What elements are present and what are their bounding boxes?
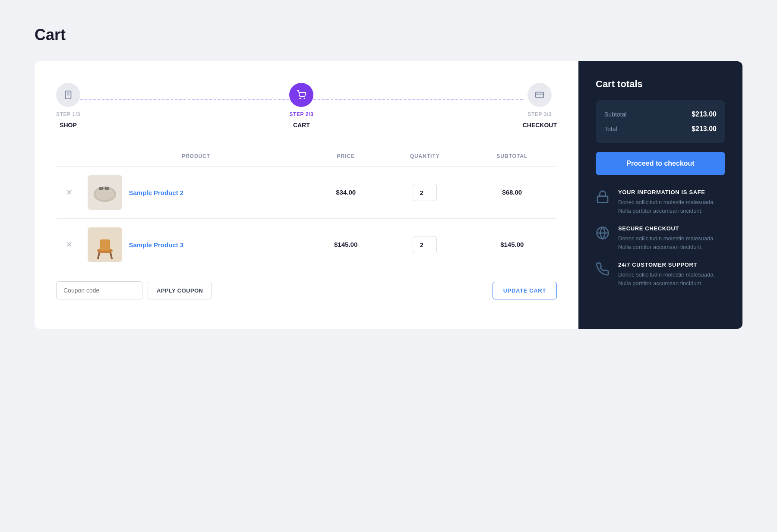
product-1-name[interactable]: Sample Product 2: [129, 189, 184, 196]
totals-card: Subtotal $213.00 Total $213.00: [596, 100, 725, 143]
step-1: STEP 1/3 SHOP: [56, 83, 80, 129]
total-row: Total $213.00: [604, 125, 717, 133]
product-1-cell: Sample Product 2: [88, 175, 305, 210]
product-1-subtotal: $68.00: [502, 189, 522, 196]
step-1-label: SHOP: [60, 122, 77, 129]
trust-support-title: 24/7 CUSTOMER SUPPORT: [618, 261, 725, 268]
page-title: Cart: [35, 26, 742, 44]
trust-secure-desc: Donec sollicitudin molestie malesuada. N…: [618, 234, 725, 251]
trust-safe-content: YOUR INFORMATION IS SAFE Donec sollicitu…: [618, 189, 725, 215]
svg-rect-11: [105, 187, 109, 190]
remove-product-1-button[interactable]: ✕: [64, 186, 74, 199]
svg-rect-18: [101, 240, 109, 250]
col-remove: [57, 146, 82, 167]
step-2-label: CART: [293, 122, 310, 129]
product-1-quantity[interactable]: [413, 184, 437, 201]
product-2-quantity[interactable]: [413, 236, 437, 253]
svg-point-9: [95, 188, 114, 200]
col-price: PRICE: [310, 146, 382, 167]
sidebar-panel: Cart totals Subtotal $213.00 Total $213.…: [578, 61, 742, 329]
svg-point-3: [300, 98, 301, 99]
trust-item-secure: SECURE CHECKOUT Donec sollicitudin moles…: [596, 225, 725, 251]
trust-item-safe: YOUR INFORMATION IS SAFE Donec sollicitu…: [596, 189, 725, 215]
step-3-label: CHECKOUT: [523, 122, 557, 129]
proceed-to-checkout-button[interactable]: Proceed to checkout: [596, 152, 725, 175]
step-2: STEP 2/3 CART: [289, 83, 313, 129]
step-3: STEP 3/3 CHECKOUT: [523, 83, 557, 129]
product-1-price: $34.00: [336, 189, 356, 196]
trust-safe-desc: Donec sollicitudin molestie malesuada. N…: [618, 198, 725, 215]
table-row: ✕: [57, 219, 557, 271]
cart-panel: STEP 1/3 SHOP STEP 2/3 CART: [35, 61, 578, 329]
total-label: Total: [604, 126, 617, 132]
trust-support-desc: Donec sollicitudin molestie malesuada. N…: [618, 271, 725, 287]
step-3-circle: [527, 83, 552, 107]
product-2-subtotal: $145.00: [500, 241, 524, 248]
lock-icon: [596, 190, 611, 205]
trust-secure-title: SECURE CHECKOUT: [618, 225, 725, 232]
subtotal-row: Subtotal $213.00: [604, 110, 717, 118]
cart-table: PRODUCT PRICE QUANTITY SUBTOTAL ✕: [56, 146, 557, 271]
coupon-input[interactable]: [56, 281, 142, 299]
trust-safe-title: YOUR INFORMATION IS SAFE: [618, 189, 725, 195]
product-2-name[interactable]: Sample Product 3: [129, 241, 184, 249]
step-2-num: STEP 2/3: [289, 111, 313, 117]
step-1-circle: [56, 83, 80, 107]
step-line-2: [313, 99, 522, 100]
stepper: STEP 1/3 SHOP STEP 2/3 CART: [56, 83, 557, 129]
trust-item-support: 24/7 CUSTOMER SUPPORT Donec sollicitudin…: [596, 261, 725, 287]
step-2-circle: [289, 83, 313, 107]
step-1-num: STEP 1/3: [56, 111, 80, 117]
trust-secure-content: SECURE CHECKOUT Donec sollicitudin moles…: [618, 225, 725, 251]
apply-coupon-button[interactable]: APPLY COUPON: [148, 282, 212, 299]
main-layout: STEP 1/3 SHOP STEP 2/3 CART: [35, 61, 742, 329]
table-row: ✕: [57, 167, 557, 219]
subtotal-label: Subtotal: [604, 111, 626, 118]
cart-totals-title: Cart totals: [596, 79, 725, 90]
step-line-1: [80, 99, 289, 100]
col-quantity: QUANTITY: [382, 146, 468, 167]
trust-support-content: 24/7 CUSTOMER SUPPORT Donec sollicitudin…: [618, 261, 725, 287]
coupon-row: APPLY COUPON UPDATE CART: [56, 281, 557, 299]
total-value: $213.00: [692, 125, 717, 133]
subtotal-value: $213.00: [692, 110, 717, 118]
svg-rect-5: [536, 92, 543, 98]
col-subtotal: SUBTOTAL: [468, 146, 557, 167]
coupon-left: APPLY COUPON: [56, 281, 212, 299]
globe-icon: [596, 226, 611, 242]
phone-icon: [596, 262, 611, 278]
remove-product-2-button[interactable]: ✕: [64, 238, 74, 251]
svg-rect-10: [99, 187, 103, 190]
product-2-image: [88, 227, 122, 262]
trust-items: YOUR INFORMATION IS SAFE Donec sollicitu…: [596, 189, 725, 287]
update-cart-button[interactable]: UPDATE CART: [493, 282, 557, 299]
col-product: PRODUCT: [82, 146, 310, 167]
product-2-price: $145.00: [334, 241, 357, 248]
svg-point-4: [304, 98, 305, 99]
product-1-image: [88, 175, 122, 210]
svg-rect-19: [597, 196, 608, 203]
step-3-num: STEP 3/3: [527, 111, 552, 117]
product-2-cell: Sample Product 3: [88, 227, 305, 262]
